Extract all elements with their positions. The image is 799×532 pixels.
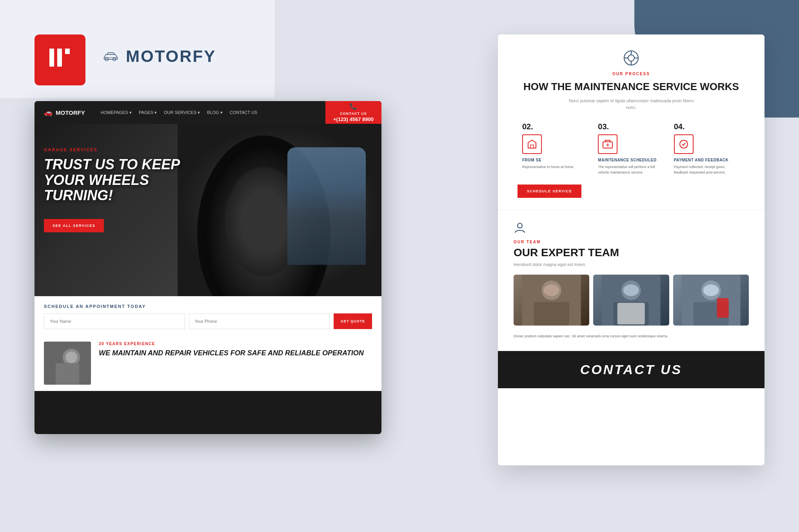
schedule-service-button[interactable]: SCHEDULE SERVICE <box>518 185 581 198</box>
process-section: OUR PROCESS HOW THE MAINTENANCE SERVICE … <box>498 34 764 210</box>
nav-links: HOMEPAGES ▾ PAGES ▾ OUR SERVICES ▾ BLOG … <box>101 110 257 115</box>
brand-header: MOTORFY <box>102 47 216 66</box>
brand-name: MOTORFY <box>126 47 216 66</box>
svg-point-20 <box>680 140 688 148</box>
contact-title: CONTACT US <box>514 362 749 377</box>
nav-logo-icon: 🚗 <box>44 108 53 117</box>
get-quote-button[interactable]: GET QUOTE <box>334 313 372 329</box>
svg-rect-25 <box>544 284 559 296</box>
nav-bar: 🚗 MOTORFY HOMEPAGES ▾ PAGES ▾ OUR SERVIC… <box>35 101 381 124</box>
team-section: OUR TEAM OUR EXPERT TEAM Hendrerit dolor… <box>498 210 764 351</box>
bottom-text: 30 YEARS EXPERIENCE WE MAINTAIN AND REPA… <box>99 342 372 385</box>
svg-point-21 <box>518 223 522 228</box>
team-subtitle: Hendrerit dolor magna eget est lorem. <box>514 262 749 267</box>
svg-rect-8 <box>56 363 79 385</box>
step-2-title: FROM SE <box>522 158 588 162</box>
nav-link-pages[interactable]: PAGES ▾ <box>139 110 157 115</box>
bottom-tag: 30 YEARS EXPERIENCE <box>99 342 372 346</box>
appointment-form: GET QUOTE <box>44 313 372 329</box>
team-photo-3 <box>673 275 749 326</box>
process-icon <box>514 50 749 69</box>
step-3-title: MAINTENANCE SCHEDULED <box>598 158 664 162</box>
team-title: OUR EXPERT TEAM <box>514 246 749 259</box>
svg-point-9 <box>65 351 77 363</box>
hero-title: TRUST US TO KEEP YOUR WHEELS TURNING! <box>44 157 193 203</box>
process-step-4: 04. PAYMENT AND FEEDBACK Payment collect… <box>669 122 745 175</box>
step-2-icon <box>522 134 542 154</box>
nav-link-contact[interactable]: CONTACT US <box>230 110 258 115</box>
svg-rect-0 <box>49 49 54 67</box>
bottom-title: WE MAINTAIN AND REPAIR VEHICLES FOR SAFE… <box>99 349 372 358</box>
process-step-2: 02. FROM SE Representative to home at ho… <box>518 122 593 175</box>
bottom-promo-section: 30 YEARS EXPERIENCE WE MAINTAIN AND REPA… <box>35 335 381 391</box>
nav-contact-label: CONTACT US <box>340 112 367 116</box>
phone-input[interactable] <box>189 313 330 329</box>
team-icon <box>514 222 749 237</box>
team-photos <box>514 275 749 326</box>
step-4-text: Payment collected, receipt given, feedba… <box>674 165 740 175</box>
hero-cta-button[interactable]: SEE ALL SERVICES <box>44 219 104 232</box>
process-subtitle: Nunc pulvinar sapien et ligula ullamcorp… <box>568 98 694 110</box>
step-3-num: 03. <box>598 122 664 131</box>
nav-contact-phone: +(123) 4567 8900 <box>333 116 374 122</box>
step-2-text: Representative to home at home. <box>522 165 588 170</box>
step-3-text: The representative will perform a full v… <box>598 165 664 175</box>
svg-rect-29 <box>623 284 639 296</box>
team-tag: OUR TEAM <box>514 240 749 244</box>
contact-section: CONTACT US <box>498 351 764 388</box>
process-tag: OUR PROCESS <box>514 72 749 76</box>
svg-rect-35 <box>717 298 728 318</box>
process-title: HOW THE MAINTENANCE SERVICE WORKS <box>514 81 749 93</box>
step-3-icon <box>598 134 617 154</box>
step-4-title: PAYMENT AND FEEDBACK <box>674 158 740 162</box>
svg-rect-34 <box>703 284 719 296</box>
hero-tire-image <box>178 124 381 296</box>
step-4-num: 04. <box>674 122 740 131</box>
website-mockup: 🚗 MOTORFY HOMEPAGES ▾ PAGES ▾ OUR SERVIC… <box>35 101 381 434</box>
bottom-promo-image <box>44 342 91 385</box>
nav-link-blog[interactable]: BLOG ▾ <box>207 110 223 115</box>
hero-content: GARAGE SERVICES TRUST US TO KEEP YOUR WH… <box>44 147 193 232</box>
nav-link-services[interactable]: OUR SERVICES ▾ <box>164 110 200 115</box>
team-photo-1 <box>514 275 589 326</box>
team-bottom-text: Donec pretium vulputate sapien nec. Sit … <box>514 333 749 339</box>
nav-logo: 🚗 MOTORFY <box>44 108 85 117</box>
appointment-title: SCHEDULE AN APPOINTMENT TODAY <box>44 304 372 309</box>
process-step-3: 03. MAINTENANCE SCHEDULED The representa… <box>593 122 669 175</box>
svg-rect-16 <box>530 145 534 148</box>
step-4-icon <box>674 134 694 154</box>
nav-brand: MOTORFY <box>56 109 85 116</box>
name-input[interactable] <box>44 313 185 329</box>
svg-rect-1 <box>57 49 62 67</box>
svg-rect-30 <box>617 303 645 324</box>
appointment-section: SCHEDULE AN APPOINTMENT TODAY GET QUOTE <box>35 296 381 335</box>
elementor-logo <box>35 34 85 85</box>
step-2-num: 02. <box>522 122 588 131</box>
brand-car-icon <box>102 51 120 62</box>
hero-tag: GARAGE SERVICES <box>44 147 193 152</box>
right-panel: OUR PROCESS HOW THE MAINTENANCE SERVICE … <box>498 34 764 465</box>
svg-rect-2 <box>65 49 70 54</box>
svg-point-11 <box>628 55 634 61</box>
nav-contact-button[interactable]: 📞 CONTACT US +(123) 4567 8900 <box>325 101 381 124</box>
nav-link-homepages[interactable]: HOMEPAGES ▾ <box>101 110 132 115</box>
svg-rect-24 <box>534 302 569 326</box>
hero-section: GARAGE SERVICES TRUST US TO KEEP YOUR WH… <box>35 124 381 296</box>
process-steps: 02. FROM SE Representative to home at ho… <box>514 122 749 175</box>
team-photo-2 <box>593 275 669 326</box>
